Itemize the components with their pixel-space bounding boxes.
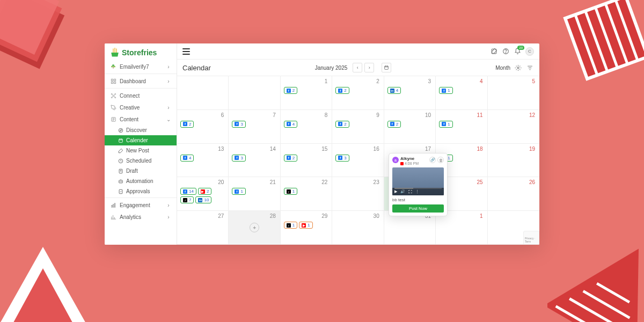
calendar-cell[interactable]: 13f4 xyxy=(177,144,229,178)
calendar-cell[interactable]: 15f2 xyxy=(281,144,332,178)
calendar-cell[interactable]: 28+ xyxy=(229,211,280,245)
post-chip-fb[interactable]: f4 xyxy=(284,121,297,128)
post-chip-fb[interactable]: f1 xyxy=(439,87,452,94)
calendar-cell[interactable]: 21f1 xyxy=(229,177,280,211)
play-icon[interactable]: ▶ xyxy=(394,189,397,194)
svg-point-40 xyxy=(120,181,120,182)
post-chip-tk[interactable]: ♪7 xyxy=(180,196,194,203)
calendar-cell[interactable]: 14f3 xyxy=(229,144,280,178)
clock-icon xyxy=(118,158,123,164)
automation-icon xyxy=(118,178,123,184)
compose-icon[interactable] xyxy=(490,48,497,55)
post-chip-fb[interactable]: f3 xyxy=(232,121,245,128)
sidebar-item-analytics[interactable]: Analytics› xyxy=(105,211,177,223)
sidebar-item-creative[interactable]: Creative› xyxy=(105,101,177,113)
sidebar-sub-automation[interactable]: Automation xyxy=(105,176,177,186)
calendar-cell[interactable] xyxy=(177,76,229,110)
calendar-cell[interactable]: 11f1 xyxy=(436,110,487,144)
post-chip-yt[interactable]: ▶1 xyxy=(299,222,312,229)
post-chip-fb[interactable]: f14 xyxy=(180,188,196,195)
more-icon[interactable]: ⋮ xyxy=(415,189,419,194)
post-chip-tk[interactable]: ♪1 xyxy=(284,188,297,195)
popover-username: Alkyne xyxy=(400,157,419,162)
calendar-cell[interactable]: 1f2 xyxy=(281,76,332,110)
calendar-cell[interactable]: 8f4 xyxy=(281,110,332,144)
calendar-cell[interactable]: 22♪1 xyxy=(281,177,332,211)
calendar-cell[interactable]: 10f2 xyxy=(384,110,436,144)
calendar-cell[interactable]: 9f2 xyxy=(332,110,384,144)
calendar-cell[interactable]: 6f2 xyxy=(177,110,229,144)
calendar-cell[interactable]: 2f2 xyxy=(332,76,384,110)
popover-avatar: a xyxy=(392,157,399,163)
prev-button[interactable]: ‹ xyxy=(353,63,362,72)
delete-icon[interactable]: 🗑 xyxy=(437,157,444,163)
calendar-cell[interactable] xyxy=(229,76,280,110)
filter-icon[interactable] xyxy=(526,64,534,71)
sidebar-item-connect[interactable]: Connect xyxy=(105,90,177,101)
help-icon[interactable] xyxy=(502,48,509,55)
sidebar-sub-discover[interactable]: Discover xyxy=(105,125,177,135)
gear-icon[interactable] xyxy=(515,64,522,71)
connect-icon xyxy=(110,92,116,99)
user-avatar[interactable]: C xyxy=(525,47,534,56)
post-chip-fb[interactable]: f1 xyxy=(232,188,245,195)
sidebar-item-label: Analytics xyxy=(120,214,141,220)
post-chip-fb[interactable]: f2 xyxy=(335,121,349,128)
calendar-cell[interactable]: 19 xyxy=(488,144,539,178)
link-icon[interactable]: 🔗 xyxy=(429,157,436,163)
calendar-cell[interactable]: 4f1 xyxy=(436,76,487,110)
calendar-cell[interactable]: 16f3 xyxy=(332,144,384,178)
engagement-icon xyxy=(110,202,116,208)
calendar-cell[interactable]: 3in4 xyxy=(384,76,436,110)
calendar-cell[interactable]: 23 xyxy=(332,177,384,211)
calendar-cell[interactable]: 20f14▶2♪7in10 xyxy=(177,177,229,211)
calendar-cell[interactable]: 29♪1▶1 xyxy=(281,211,332,245)
sidebar-sub-label: Discover xyxy=(126,127,147,133)
sidebar-item-content[interactable]: Content⌄ xyxy=(105,113,177,125)
calendar-cell[interactable]: 7f3 xyxy=(229,110,280,144)
next-button[interactable]: › xyxy=(364,63,374,72)
post-chip-fb[interactable]: f2 xyxy=(284,155,297,162)
sidebar-item-label: Creative xyxy=(120,105,140,111)
calendar-cell[interactable]: 26 xyxy=(488,177,539,211)
calendar-cell[interactable]: 27 xyxy=(177,211,229,245)
post-chip-fb[interactable]: f2 xyxy=(335,87,349,94)
svg-line-5 xyxy=(575,14,597,75)
post-chip-li[interactable]: in4 xyxy=(387,87,401,94)
sidebar-sub-approvals[interactable]: Approvals xyxy=(105,186,177,196)
day-number: 13 xyxy=(218,146,224,152)
post-chip-fb[interactable]: f2 xyxy=(180,121,194,128)
post-chip-li[interactable]: in10 xyxy=(195,196,211,203)
add-post-button[interactable]: + xyxy=(250,223,259,232)
volume-icon[interactable]: 🔊 xyxy=(400,189,405,194)
calendar-cell[interactable]: 5 xyxy=(488,76,539,110)
fullscreen-icon[interactable]: ⛶ xyxy=(408,190,412,194)
sidebar-item-engagement[interactable]: Engagement› xyxy=(105,199,177,211)
brand-logo[interactable]: Storefries xyxy=(105,43,177,61)
date-picker-button[interactable] xyxy=(382,63,391,72)
popover-media[interactable]: ▶ 🔊 ⛶ ⋮ xyxy=(392,167,444,195)
sidebar-sub-scheduled[interactable]: Scheduled xyxy=(105,156,177,166)
post-now-button[interactable]: Post Now xyxy=(392,204,444,213)
post-chip-fb[interactable]: f3 xyxy=(232,155,245,162)
post-chip-fb[interactable]: f3 xyxy=(335,155,349,162)
post-chip-tk[interactable]: ♪1 xyxy=(284,222,297,229)
menu-toggle[interactable] xyxy=(182,48,190,55)
sidebar-item-dashboard[interactable]: Dashboard› xyxy=(105,75,177,87)
post-chip-fb[interactable]: f4 xyxy=(180,155,194,162)
sidebar-sub-draft[interactable]: Draft xyxy=(105,166,177,176)
post-chip-fb[interactable]: f2 xyxy=(387,121,401,128)
post-chip-fb[interactable]: f1 xyxy=(439,121,452,128)
calendar-cell[interactable]: 30 xyxy=(332,211,384,245)
fb-icon: f xyxy=(235,122,239,126)
sidebar-sub-new-post[interactable]: New Post xyxy=(105,145,177,156)
post-chip-fb[interactable]: f2 xyxy=(284,87,297,94)
post-chip-yt[interactable]: ▶2 xyxy=(198,188,211,195)
bell-icon[interactable]: 20 xyxy=(514,48,521,55)
profile-row[interactable]: Emailverify7 › xyxy=(105,61,177,72)
chevron-right-icon: › xyxy=(166,105,171,110)
sidebar-sub-calender[interactable]: Calender xyxy=(105,135,177,145)
view-mode[interactable]: Month xyxy=(495,65,510,71)
bg-decor-bottom-left xyxy=(0,236,102,322)
calendar-cell[interactable]: 12 xyxy=(488,110,539,144)
